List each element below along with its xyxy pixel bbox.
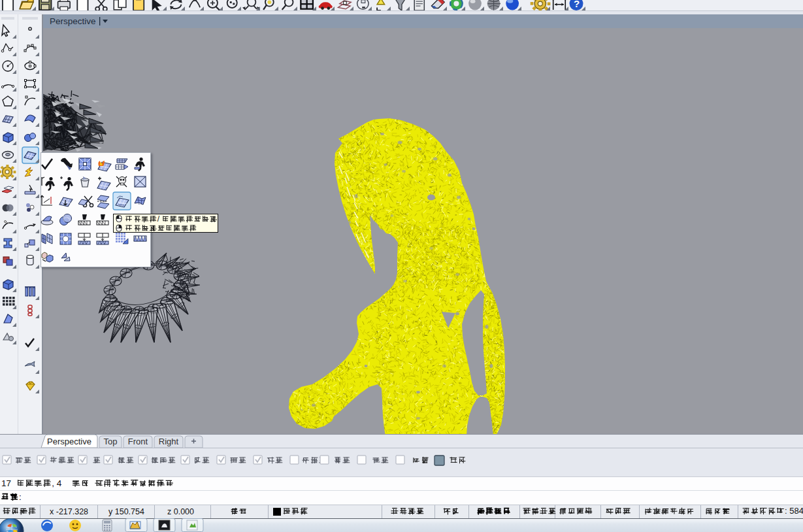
svg-text:/: / <box>157 214 160 224</box>
svg-text:17: 17 <box>1 478 11 488</box>
svg-text:Front: Front <box>128 437 148 446</box>
svg-text:z 0.000: z 0.000 <box>167 507 194 516</box>
svg-text::: : <box>19 492 22 502</box>
svg-text:x -217.328: x -217.328 <box>50 507 88 516</box>
svg-text:y 150.754: y 150.754 <box>108 507 144 516</box>
svg-text:: 584: : 584 <box>785 506 803 516</box>
svg-text:?: ? <box>574 0 580 9</box>
svg-text:Perspective: Perspective <box>47 437 91 446</box>
svg-text:, 4: , 4 <box>52 478 62 488</box>
svg-text:Right: Right <box>159 437 179 446</box>
svg-text:Top: Top <box>104 437 118 446</box>
